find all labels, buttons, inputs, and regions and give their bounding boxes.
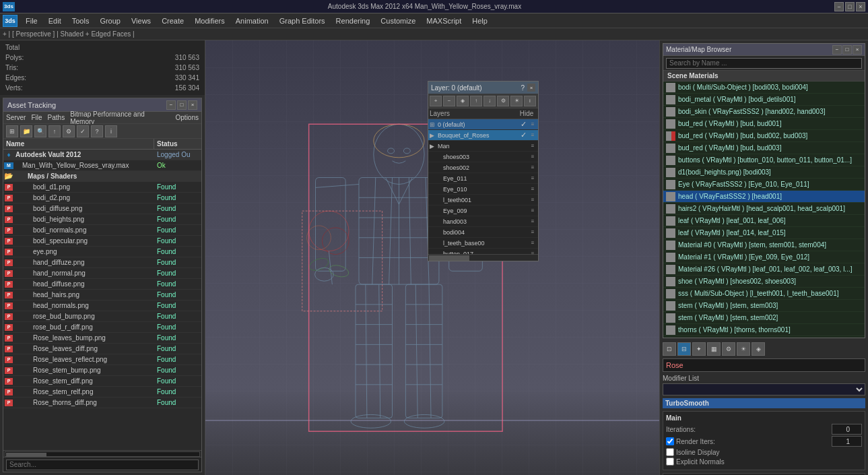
menu-animation[interactable]: Animation	[230, 15, 274, 26]
asset-btn-4[interactable]: ↑	[48, 125, 61, 137]
modifier-icon-6[interactable]: ☀	[737, 342, 750, 356]
layer-close-btn[interactable]: ×	[527, 84, 535, 92]
list-item[interactable]: hand003 ≡	[428, 216, 538, 227]
viewport[interactable]: Layer: 0 (default) ? × + − ◈ ↑ ↓ ⚙ ☀ i L…	[205, 40, 659, 475]
asset-menu-paths[interactable]: Paths	[48, 114, 65, 121]
list-item[interactable]: P Rose_thorns_diff.png Found	[3, 398, 201, 408]
list-item[interactable]: P hand_normal.png Found	[3, 268, 201, 279]
list-item[interactable]: Eye_009 ≡	[428, 205, 538, 216]
modifier-icon-4[interactable]: ▦	[707, 342, 721, 356]
list-item[interactable]: P Rose_stem_diff.png Found	[3, 376, 201, 387]
list-item[interactable]: bodi ( Multi/Sub-Object ) [bodi003, bodi…	[663, 82, 865, 94]
list-item[interactable]: P head_hairs.png Found	[3, 290, 201, 300]
list-item[interactable]: Eye ( VRayFastSSS2 ) [Eye_010, Eye_011]	[663, 179, 865, 191]
list-item[interactable]: P bodi_diffuse.png Found	[3, 203, 201, 214]
list-item[interactable]: P Rose_stem_bump.png Found	[3, 365, 201, 376]
asset-minimize-btn[interactable]: −	[166, 100, 176, 110]
modifier-icon-3[interactable]: ✦	[692, 342, 706, 356]
asset-btn-8[interactable]: i	[105, 125, 117, 137]
asset-search-input[interactable]	[6, 460, 199, 470]
list-item[interactable]: ▶ Bouquet_of_Roses ✓ ≡	[428, 130, 538, 141]
list-item[interactable]: Eye_011 ≡	[428, 173, 538, 184]
list-item[interactable]: P head_normals.png Found	[3, 300, 201, 311]
list-item[interactable]: P bodi_normals.png Found	[3, 225, 201, 236]
menu-help[interactable]: Help	[467, 15, 493, 26]
list-item[interactable]: bud_red ( VRayMtl ) [bud, bud001]	[663, 118, 865, 130]
list-item[interactable]: shoes003 ≡	[428, 152, 538, 162]
list-item[interactable]: bodi_metal ( VRayMtl ) [bodi_detils001]	[663, 94, 865, 106]
list-item[interactable]: thorns ( VRayMtl ) [thorns, thorns002, t…	[663, 336, 865, 338]
list-item[interactable]: buttons ( VRayMtl ) [button_010, button_…	[663, 154, 865, 166]
list-item[interactable]: ⊞ 0 (default) ✓ ≡	[428, 119, 538, 130]
menu-tools[interactable]: Tools	[67, 15, 95, 26]
mat-browser-restore-btn[interactable]: □	[842, 45, 852, 55]
list-item[interactable]: Material #0 ( VRayMtl ) [stem, stem001, …	[663, 239, 865, 251]
list-item[interactable]: l_teeth001 ≡	[428, 195, 538, 205]
list-item[interactable]: P rose_bud_bump.png Found	[3, 311, 201, 322]
menu-rendering[interactable]: Rendering	[331, 15, 376, 26]
asset-menu-bitmap[interactable]: Bitmap Performance and Memory	[70, 110, 170, 125]
list-item[interactable]: bodi_skin ( VRayFastSSS2 ) [hand002, han…	[663, 106, 865, 118]
render-iters-input[interactable]	[832, 436, 862, 447]
iterations-input[interactable]	[832, 424, 862, 435]
list-item[interactable]: P Rose_leaves_bump.png Found	[3, 333, 201, 344]
list-item[interactable]: leaf ( VRayMtl ) [leaf_001, leaf_006]	[663, 215, 865, 227]
object-name-input[interactable]: Rose	[663, 358, 865, 372]
layer-down-btn[interactable]: ↓	[483, 96, 496, 106]
list-item[interactable]: sss ( Multi/Sub-Object ) [l_teeth001, l_…	[663, 288, 865, 300]
close-button[interactable]: ×	[856, 2, 865, 11]
list-item[interactable]: P bodi_d2.png Found	[3, 193, 201, 203]
list-item[interactable]: bud_red ( VRayMtl ) [bud, bud003]	[663, 142, 865, 154]
list-item[interactable]: P rose_bud_r_diff.png Found	[3, 322, 201, 333]
asset-menu-server[interactable]: Server	[6, 114, 26, 121]
explicit-normals-checkbox[interactable]	[666, 457, 674, 466]
layer-info-btn[interactable]: i	[524, 96, 536, 106]
list-item[interactable]: bud_red ( VRayMtl ) [bud, bud002, bud003…	[663, 130, 865, 142]
menu-edit[interactable]: Edit	[43, 15, 67, 26]
hscroll-thumb[interactable]	[6, 453, 46, 457]
list-item[interactable]: d1(bodi_heights.png) [bodi003]	[663, 166, 865, 179]
list-item[interactable]: P bodi_specular.png Found	[3, 236, 201, 247]
modifier-list-dropdown[interactable]	[663, 383, 865, 395]
layer-move-btn[interactable]: ↑	[470, 96, 482, 106]
asset-btn-2[interactable]: 📁	[20, 125, 32, 137]
asset-btn-6[interactable]: ✓	[77, 125, 89, 137]
list-item[interactable]: head ( VRayFastSSS2 ) [head001]	[663, 191, 865, 203]
minimize-button[interactable]: −	[834, 2, 844, 11]
menu-maxscript[interactable]: MAXScript	[421, 15, 467, 26]
modifier-icon-1[interactable]: ⊡	[663, 342, 676, 356]
list-item[interactable]: stem ( VRayMtl ) [stem, stem003]	[663, 300, 865, 312]
list-item[interactable]: shoe ( VRayMtl ) [shoes002, shoes003]	[663, 276, 865, 288]
menu-modifiers[interactable]: Modifiers	[189, 15, 230, 26]
layer-scrollbar[interactable]	[428, 254, 538, 261]
material-search-input[interactable]	[666, 58, 862, 69]
modifier-icon-5[interactable]: ⚙	[722, 342, 735, 356]
list-item[interactable]: hairs2 ( VRayHairMtl ) [head_scalp001, h…	[663, 203, 865, 215]
layer-help-icon[interactable]: ?	[521, 84, 525, 92]
list-item[interactable]: 📂 Maps / Shaders	[3, 171, 201, 182]
list-item[interactable]: P hand_diffuze.png Found	[3, 257, 201, 268]
menu-graph-editors[interactable]: Graph Editors	[274, 15, 331, 26]
list-item[interactable]: Material #26 ( VRayMtl ) [leaf_001, leaf…	[663, 263, 865, 276]
list-item[interactable]: P Rose_leaves_reflect.png Found	[3, 354, 201, 365]
asset-close-btn[interactable]: ×	[188, 100, 197, 110]
layer-new-btn[interactable]: +	[430, 96, 442, 106]
asset-btn-5[interactable]: ⚙	[63, 125, 75, 137]
layer-select-btn[interactable]: ◈	[457, 96, 469, 106]
mat-browser-close-btn[interactable]: ×	[853, 45, 862, 55]
asset-menu-file[interactable]: File	[31, 114, 42, 121]
maximize-button[interactable]: □	[845, 2, 855, 11]
list-item[interactable]: l_teeth_base00 ≡	[428, 238, 538, 249]
list-item[interactable]: stem ( VRayMtl ) [stem, stem002]	[663, 312, 865, 324]
asset-btn-3[interactable]: 🔍	[34, 125, 46, 137]
list-item[interactable]: ♦ Autodesk Vault 2012 Logged Ou	[3, 150, 201, 160]
list-item[interactable]: P Rose_leaves_diff.png Found	[3, 344, 201, 354]
render-iters-checkbox[interactable]	[666, 437, 674, 445]
isoline-checkbox[interactable]	[666, 448, 674, 456]
list-item[interactable]: thorns ( VRayMtl ) [thorns, thorns001]	[663, 324, 865, 336]
menu-customize[interactable]: Customize	[375, 15, 421, 26]
list-item[interactable]: button_017 ≡	[428, 249, 538, 254]
asset-btn-1[interactable]: ⊞	[6, 125, 18, 137]
menu-create[interactable]: Create	[156, 15, 189, 26]
list-item[interactable]: M Man_With_Yellow_Roses_vray.max Ok	[3, 160, 201, 171]
